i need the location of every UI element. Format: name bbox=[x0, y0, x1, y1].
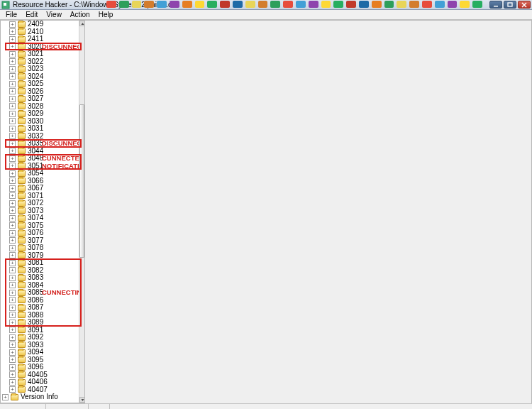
expand-icon[interactable] bbox=[9, 66, 16, 72]
expand-icon[interactable] bbox=[9, 103, 16, 109]
background-task-icon bbox=[309, 1, 318, 8]
expand-icon[interactable] bbox=[9, 312, 16, 318]
expand-icon[interactable] bbox=[9, 371, 16, 378]
expand-icon[interactable] bbox=[9, 133, 16, 139]
expand-icon[interactable] bbox=[9, 88, 16, 94]
tree-node-3029[interactable]: 3029 bbox=[1, 110, 79, 118]
tree-node-3023[interactable]: 3023 bbox=[1, 65, 79, 73]
close-button[interactable] bbox=[518, 1, 531, 9]
expand-icon[interactable] bbox=[9, 156, 16, 162]
resource-tree[interactable]: 240924102411DISCUNNECTED3020302130223023… bbox=[1, 21, 79, 403]
expand-icon[interactable] bbox=[9, 305, 16, 311]
tree-node-3078[interactable]: 3078 bbox=[1, 244, 79, 252]
expand-icon[interactable] bbox=[9, 356, 16, 363]
tree-node-3027[interactable]: 3027 bbox=[1, 95, 79, 103]
minimize-button[interactable] bbox=[489, 1, 502, 9]
expand-icon[interactable] bbox=[9, 141, 16, 147]
tree-node-3096[interactable]: 3096 bbox=[1, 364, 79, 371]
tree-node-3025[interactable]: 3025 bbox=[1, 80, 79, 88]
expand-icon[interactable] bbox=[9, 252, 16, 258]
expand-icon[interactable] bbox=[9, 126, 16, 132]
tree-node-2409[interactable]: 2409 bbox=[1, 21, 79, 28]
expand-icon[interactable] bbox=[9, 118, 16, 124]
expand-icon[interactable] bbox=[9, 73, 16, 80]
expand-icon[interactable] bbox=[9, 36, 16, 43]
tree-node-3067[interactable]: 3067 bbox=[1, 185, 79, 192]
expand-icon[interactable] bbox=[9, 215, 16, 222]
tree-node-3089[interactable]: 3089 bbox=[1, 319, 79, 327]
expand-icon[interactable] bbox=[9, 327, 16, 333]
expand-icon[interactable] bbox=[9, 260, 16, 266]
tree-node-label: 3048 bbox=[28, 155, 43, 163]
expand-icon[interactable] bbox=[9, 386, 16, 393]
scroll-down-button[interactable] bbox=[79, 397, 84, 403]
expand-icon[interactable] bbox=[9, 290, 16, 296]
expand-icon[interactable] bbox=[9, 297, 16, 303]
expand-icon[interactable] bbox=[9, 342, 16, 348]
expand-icon[interactable] bbox=[9, 81, 16, 87]
expand-icon[interactable] bbox=[9, 28, 16, 35]
scroll-up-button[interactable] bbox=[79, 21, 84, 26]
tree-node-3094[interactable]: 3094 bbox=[1, 349, 79, 356]
menu-view[interactable]: View bbox=[42, 10, 66, 20]
expand-icon[interactable] bbox=[9, 43, 16, 50]
tree-node-3031[interactable]: 3031 bbox=[1, 125, 79, 133]
expand-icon[interactable] bbox=[9, 245, 16, 251]
expand-icon[interactable] bbox=[9, 379, 16, 386]
background-task-icon bbox=[359, 1, 369, 8]
expand-icon[interactable] bbox=[9, 207, 16, 214]
tree-node-2411[interactable]: 2411 bbox=[1, 36, 79, 43]
tree-node-label: 3023 bbox=[28, 65, 43, 73]
folder-icon bbox=[18, 81, 26, 87]
expand-icon[interactable] bbox=[9, 275, 16, 281]
status-cell-1 bbox=[0, 404, 46, 409]
maximize-button[interactable] bbox=[504, 1, 516, 9]
tree-node-3087[interactable]: 3087 bbox=[1, 304, 79, 312]
expand-icon[interactable] bbox=[9, 222, 16, 229]
tree-node-label: 3076 bbox=[28, 229, 43, 237]
svg-rect-1 bbox=[4, 3, 6, 6]
expand-icon[interactable] bbox=[9, 237, 16, 244]
expand-icon[interactable] bbox=[9, 282, 16, 288]
menu-action[interactable]: Action bbox=[66, 10, 94, 20]
expand-icon[interactable] bbox=[9, 51, 16, 58]
menu-help[interactable]: Help bbox=[94, 10, 118, 20]
tree-node-3054[interactable]: 3054 bbox=[1, 170, 79, 178]
expand-icon[interactable] bbox=[9, 21, 16, 28]
expand-icon[interactable] bbox=[9, 200, 16, 207]
tree-node-3072[interactable]: 3072 bbox=[1, 200, 79, 207]
annotation-label: CUNNECTED bbox=[42, 155, 84, 163]
tree-node-3081[interactable]: 3081 bbox=[1, 259, 79, 267]
folder-icon bbox=[18, 356, 26, 363]
tree-node-label: 2409 bbox=[28, 21, 43, 28]
tree-node-3076[interactable]: 3076 bbox=[1, 229, 79, 237]
tree-node-3092[interactable]: 3092 bbox=[1, 334, 79, 342]
expand-icon[interactable] bbox=[9, 58, 16, 65]
expand-icon[interactable] bbox=[9, 230, 16, 236]
expand-icon[interactable] bbox=[9, 148, 16, 154]
tree-node-3074[interactable]: 3074 bbox=[1, 214, 79, 222]
tree-node-3083[interactable]: 3083 bbox=[1, 274, 79, 282]
tree-node-Version Info[interactable]: Version Info bbox=[1, 393, 79, 401]
tree-node-label: 3027 bbox=[28, 95, 43, 103]
tree-node-3021[interactable]: 3021 bbox=[1, 50, 79, 58]
expand-icon[interactable] bbox=[9, 267, 16, 273]
scroll-thumb[interactable] bbox=[79, 104, 84, 257]
menu-edit[interactable]: Edit bbox=[21, 10, 42, 20]
expand-icon[interactable] bbox=[9, 170, 16, 177]
expand-icon[interactable] bbox=[9, 96, 16, 102]
expand-icon[interactable] bbox=[9, 192, 16, 199]
expand-icon[interactable] bbox=[9, 320, 16, 326]
menu-file[interactable]: File bbox=[1, 10, 21, 20]
expand-icon[interactable] bbox=[9, 334, 16, 341]
expand-icon[interactable] bbox=[9, 163, 16, 169]
tree-node-40406[interactable]: 40406 bbox=[1, 378, 79, 386]
expand-icon[interactable] bbox=[9, 364, 16, 371]
expand-icon[interactable] bbox=[9, 178, 16, 184]
expand-icon[interactable] bbox=[9, 185, 16, 192]
tree-scrollbar[interactable] bbox=[79, 21, 84, 403]
expand-icon[interactable] bbox=[2, 394, 9, 400]
expand-icon[interactable] bbox=[9, 111, 16, 117]
folder-icon bbox=[18, 207, 26, 214]
expand-icon[interactable] bbox=[9, 349, 16, 356]
